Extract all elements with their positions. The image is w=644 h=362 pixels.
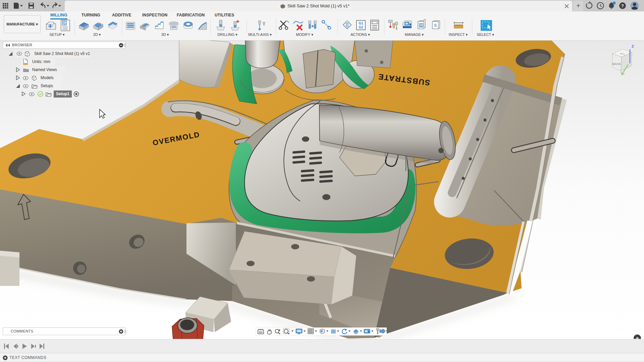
- svg-text:G2: G2: [359, 25, 363, 29]
- svg-text:S: S: [434, 23, 437, 28]
- svg-text:G1: G1: [359, 21, 363, 25]
- svg-text:G: G: [63, 21, 66, 25]
- svg-text:a: a: [636, 336, 639, 339]
- svg-text:?: ?: [621, 3, 624, 8]
- svg-text:BACK: BACK: [612, 62, 621, 66]
- svg-text:G: G: [420, 24, 423, 27]
- svg-text:Z: Z: [632, 44, 634, 48]
